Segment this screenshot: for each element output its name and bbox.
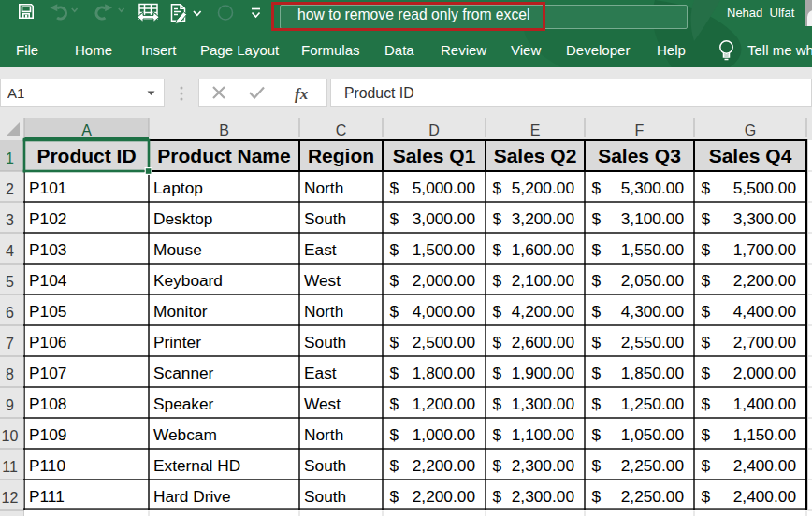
svg-text:fx: fx	[295, 85, 309, 103]
